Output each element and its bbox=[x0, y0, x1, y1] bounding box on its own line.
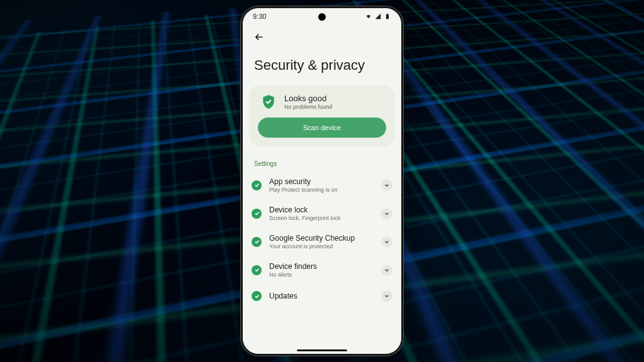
list-item-body: Device lock Screen lock, Fingerprint loc… bbox=[269, 206, 374, 221]
status-icons bbox=[365, 13, 391, 19]
check-circle-icon bbox=[252, 237, 262, 247]
scan-device-button[interactable]: Scan device bbox=[258, 118, 386, 138]
list-item-subtitle: Your account is protected bbox=[269, 243, 374, 250]
expand-button[interactable] bbox=[381, 208, 392, 219]
top-bar bbox=[243, 25, 401, 48]
check-circle-icon bbox=[252, 291, 262, 301]
list-item-body: Google Security Checkup Your account is … bbox=[269, 234, 374, 250]
settings-item-updates[interactable]: Updates bbox=[243, 284, 401, 308]
chevron-down-icon bbox=[384, 293, 390, 299]
battery-icon bbox=[384, 13, 391, 19]
expand-button[interactable] bbox=[381, 265, 392, 276]
list-item-title: Device lock bbox=[269, 206, 374, 214]
status-text: Looks good No problems found bbox=[284, 94, 332, 110]
check-circle-icon bbox=[252, 265, 262, 275]
status-title: Looks good bbox=[284, 94, 332, 103]
phone-screen: 9:30 Security & privacy Looks good bbox=[243, 8, 401, 354]
expand-button[interactable] bbox=[381, 290, 392, 302]
expand-button[interactable] bbox=[381, 236, 392, 248]
list-item-title: App security bbox=[269, 177, 374, 186]
check-circle-icon bbox=[252, 180, 262, 190]
list-item-title: Updates bbox=[269, 292, 374, 300]
wifi-icon bbox=[365, 13, 372, 19]
list-item-subtitle: Screen lock, Fingerprint lock bbox=[269, 215, 374, 221]
security-status-card: Looks good No problems found Scan device bbox=[249, 85, 395, 146]
list-item-subtitle: No alerts bbox=[269, 272, 374, 278]
list-item-title: Google Security Checkup bbox=[269, 234, 374, 243]
list-item-subtitle: Play Protect scanning is on bbox=[269, 187, 374, 193]
chevron-down-icon bbox=[384, 211, 390, 217]
list-item-body: Updates bbox=[269, 292, 374, 301]
shield-check-icon bbox=[260, 94, 277, 110]
chevron-down-icon bbox=[384, 182, 390, 189]
settings-section-label: Settings bbox=[243, 153, 401, 171]
signal-icon bbox=[374, 13, 382, 19]
status-row: Looks good No problems found bbox=[258, 94, 386, 110]
list-item-body: Device finders No alerts bbox=[269, 262, 374, 278]
settings-item-app-security[interactable]: App security Play Protect scanning is on bbox=[243, 171, 401, 199]
camera-hole bbox=[318, 13, 326, 21]
gesture-bar[interactable] bbox=[297, 349, 347, 351]
page-title: Security & privacy bbox=[243, 48, 401, 85]
settings-list: App security Play Protect scanning is on… bbox=[243, 171, 401, 354]
check-circle-icon bbox=[252, 209, 262, 219]
list-item-title: Device finders bbox=[269, 262, 374, 271]
settings-item-device-finders[interactable]: Device finders No alerts bbox=[243, 256, 401, 284]
status-subtitle: No problems found bbox=[284, 104, 332, 110]
phone-frame: 9:30 Security & privacy Looks good bbox=[241, 6, 403, 356]
status-time: 9:30 bbox=[253, 13, 266, 20]
settings-item-google-checkup[interactable]: Google Security Checkup Your account is … bbox=[243, 228, 401, 256]
chevron-down-icon bbox=[384, 239, 390, 245]
settings-item-device-lock[interactable]: Device lock Screen lock, Fingerprint loc… bbox=[243, 199, 401, 228]
expand-button[interactable] bbox=[381, 180, 392, 191]
chevron-down-icon bbox=[384, 267, 390, 273]
list-item-body: App security Play Protect scanning is on bbox=[269, 177, 374, 193]
arrow-left-icon bbox=[253, 31, 265, 43]
back-button[interactable] bbox=[250, 28, 268, 46]
